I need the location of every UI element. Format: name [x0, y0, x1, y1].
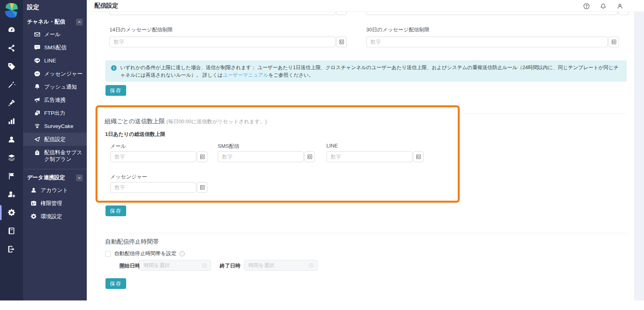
rail-products[interactable] — [0, 149, 23, 167]
counter-addon-button[interactable] — [413, 151, 423, 162]
quiet-hours-title: 自動配信停止時間帯 — [105, 238, 159, 246]
sidebar-item-environment[interactable]: 環境設定 — [23, 210, 87, 223]
info-tooltip-icon[interactable]: i — [180, 251, 185, 256]
counter-addon-button[interactable] — [619, 12, 629, 15]
rail-campaigns[interactable] — [0, 94, 23, 112]
megaphone-icon — [34, 97, 41, 103]
sidebar-item-account[interactable]: アカウント — [23, 184, 87, 197]
journal-icon — [7, 227, 16, 235]
send-icon — [34, 136, 41, 143]
info-text-post: をご参照ください。 — [268, 72, 314, 78]
rail-share[interactable] — [0, 39, 23, 57]
rail-settings[interactable] — [0, 203, 23, 222]
counter-addon-button[interactable] — [336, 12, 347, 15]
mail-icon — [34, 31, 41, 38]
sidebar-item-sms[interactable]: SMS配信 — [23, 41, 87, 54]
line-icon — [34, 57, 41, 64]
counter-addon-button[interactable] — [304, 151, 315, 162]
org-line-label: LINE — [326, 143, 338, 149]
counter-addon-button[interactable] — [336, 37, 347, 47]
sidebar-item-subscription-plan[interactable]: 配信料金サブスク制プラン — [23, 146, 87, 166]
org-limits-title: 組織ごとの送信数上限(毎日00:00に送信数がリセットされます。) — [105, 118, 267, 125]
sidebar-item-permissions[interactable]: 権限管理 — [23, 197, 87, 210]
quiet-hours-checkbox[interactable] — [105, 251, 111, 257]
number-input[interactable] — [109, 12, 336, 15]
icon-rail — [0, 0, 23, 300]
idcard-icon — [30, 200, 37, 207]
user-manual-link[interactable]: ユーザーマニュアル — [223, 72, 269, 78]
counter-addon-button[interactable] — [197, 151, 207, 162]
limit-30d-input[interactable] — [366, 37, 608, 47]
save-button-quiet-hours[interactable]: 保存 — [105, 278, 126, 289]
org-sms-input[interactable] — [218, 151, 304, 162]
save-button-limits[interactable]: 保存 — [105, 85, 126, 96]
org-line-input[interactable] — [326, 151, 412, 162]
org-mail-input[interactable] — [110, 151, 196, 162]
sidebar-item-label: FTP出力 — [44, 110, 65, 116]
save-button-org-limits[interactable]: 保存 — [105, 205, 126, 216]
help-icon[interactable] — [583, 3, 590, 10]
cutoff-input-left — [109, 12, 347, 15]
user-icon[interactable] — [617, 3, 623, 10]
sidebar-item-delivery-settings[interactable]: 配信設定 — [23, 133, 87, 146]
ftp-icon — [34, 110, 41, 116]
rail-automation[interactable] — [0, 76, 23, 94]
start-time-label: 開始日時 — [119, 262, 140, 269]
gear-icon — [7, 208, 16, 217]
nested-square-icon — [308, 155, 312, 159]
rail-flags[interactable] — [0, 167, 23, 185]
app-logo[interactable] — [0, 0, 23, 21]
sidebar-item-label: SurveyCake — [44, 123, 74, 130]
bell-icon[interactable] — [600, 3, 607, 10]
rail-customers[interactable] — [0, 130, 23, 149]
sidebar-item-surveycake[interactable]: SurveyCake — [23, 120, 87, 133]
logo-swirl-icon — [4, 3, 19, 18]
org-messenger-input[interactable] — [110, 182, 196, 193]
user-gear-icon — [7, 190, 16, 199]
sidebar-item-label: 配信料金サブスク制プラン — [44, 149, 84, 163]
counter-addon-button[interactable] — [197, 182, 207, 193]
nested-square-icon — [612, 40, 616, 44]
rail-logs[interactable] — [0, 222, 23, 240]
sidebar-title: 設定 — [23, 0, 87, 11]
clock-icon — [308, 263, 314, 268]
section-data-integration-label: データ連携設定 — [27, 174, 65, 181]
sidebar-item-label: プッシュ通知 — [44, 83, 77, 90]
sidebar-item-ads[interactable]: 広告連携 — [23, 93, 87, 107]
scrollbar-gutter[interactable] — [634, 12, 644, 300]
rail-logout[interactable] — [0, 240, 23, 258]
nested-square-icon — [200, 155, 205, 159]
limit-30d-field — [366, 37, 619, 47]
rail-user-settings[interactable] — [0, 185, 23, 203]
rail-dashboard[interactable] — [0, 21, 23, 39]
quiet-hours-checkbox-row: 自動配信停止時間帯を設定 i — [105, 250, 185, 257]
sidebar-item-messenger[interactable]: メッセンジャー — [23, 67, 87, 80]
sidebar-item-ftp[interactable]: FTP出力 — [23, 107, 87, 120]
limit-14d-input[interactable] — [109, 37, 336, 47]
page-title: 配信設定 — [87, 2, 118, 10]
gauge-icon — [7, 25, 16, 34]
flag-icon — [7, 172, 16, 180]
chevron-down-icon[interactable] — [76, 174, 83, 181]
messenger-icon — [34, 70, 41, 77]
sidebar-item-mail[interactable]: メール — [23, 28, 87, 41]
sms-icon — [34, 44, 41, 51]
org-messenger-field — [110, 182, 207, 193]
clock-icon — [202, 263, 207, 268]
rail-analytics[interactable] — [0, 112, 23, 130]
section-channels[interactable]: チャネル・配信 — [23, 11, 87, 28]
number-input[interactable] — [366, 12, 618, 15]
section-data-integration[interactable]: データ連携設定 — [23, 169, 87, 184]
org-limits-title-text: 組織ごとの送信数上限 — [105, 118, 165, 124]
sidebar-item-line[interactable]: LINE — [23, 54, 87, 67]
rail-tags[interactable] — [0, 57, 23, 76]
chevron-up-icon[interactable] — [76, 19, 83, 25]
end-time-picker[interactable]: 時間を選択 — [244, 260, 318, 271]
start-time-picker[interactable]: 時間を選択 — [139, 260, 211, 271]
counter-addon-button[interactable] — [609, 37, 619, 47]
cutoff-input-right — [366, 12, 629, 15]
surveycake-icon — [34, 123, 41, 130]
org-limits-title-note: (毎日00:00に送信数がリセットされます。) — [166, 118, 267, 124]
sidebar-item-label: 環境設定 — [41, 213, 62, 220]
sidebar-item-push[interactable]: プッシュ通知 — [23, 80, 87, 93]
